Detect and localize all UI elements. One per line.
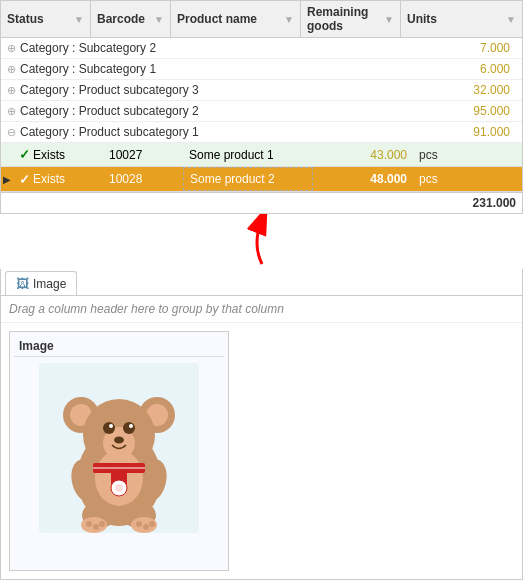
category-value-4: 95.000 xyxy=(416,104,516,118)
th-remaining: Remaining goods ▼ xyxy=(301,1,401,37)
svg-point-30 xyxy=(143,524,149,530)
th-barcode: Barcode ▼ xyxy=(91,1,171,37)
th-remaining-label: Remaining goods xyxy=(307,5,381,33)
image-panel-title: Image xyxy=(14,336,224,357)
tab-image[interactable]: 🖼 Image xyxy=(5,271,77,295)
svg-point-27 xyxy=(93,524,99,530)
tabs-bar: 🖼 Image xyxy=(1,269,522,296)
units-filter-icon[interactable]: ▼ xyxy=(506,14,516,25)
image-content xyxy=(14,363,224,533)
bottom-section: 🖼 Image Drag a column header here to gro… xyxy=(0,269,523,580)
cell-units-2: pcs xyxy=(413,168,522,190)
svg-point-31 xyxy=(149,521,155,527)
cell-product-1: Some product 1 xyxy=(183,144,313,166)
svg-point-25 xyxy=(115,484,123,492)
svg-point-28 xyxy=(99,521,105,527)
category-label-2: Category : Subcategory 1 xyxy=(20,62,416,76)
cell-remaining-2: 48.000 xyxy=(313,168,413,190)
teddy-bear-image xyxy=(39,363,199,533)
cell-barcode-2: 10028 xyxy=(103,168,183,190)
drag-hint: Drag a column header here to group by th… xyxy=(1,296,522,323)
total-row: 231.000 xyxy=(1,192,522,213)
cell-product-2: Some product 2 xyxy=(183,167,313,191)
expand-icon-5[interactable]: ⊖ xyxy=(7,126,16,139)
svg-point-12 xyxy=(129,424,133,428)
expand-icon-4[interactable]: ⊕ xyxy=(7,105,16,118)
th-units-label: Units xyxy=(407,12,437,26)
svg-point-26 xyxy=(86,521,92,527)
arrow-annotation xyxy=(0,214,523,269)
category-row: ⊖ Category : Product subcategory 1 91.00… xyxy=(1,122,522,143)
product-filter-icon[interactable]: ▼ xyxy=(284,14,294,25)
total-value: 231.000 xyxy=(422,196,522,210)
expand-icon-1[interactable]: ⊕ xyxy=(7,42,16,55)
image-frame: Image xyxy=(9,331,229,571)
category-value-2: 6.000 xyxy=(416,62,516,76)
svg-point-11 xyxy=(109,424,113,428)
category-label-4: Category : Product subcategory 2 xyxy=(20,104,416,118)
svg-rect-23 xyxy=(93,467,145,469)
svg-point-13 xyxy=(114,437,124,444)
expand-icon-3[interactable]: ⊕ xyxy=(7,84,16,97)
check-icon-2: ✓ xyxy=(19,172,30,187)
category-row: ⊕ Category : Product subcategory 3 32.00… xyxy=(1,80,522,101)
category-value-3: 32.000 xyxy=(416,83,516,97)
th-product: Product name ▼ xyxy=(171,1,301,37)
category-label-5: Category : Product subcategory 1 xyxy=(20,125,416,139)
barcode-filter-icon[interactable]: ▼ xyxy=(154,14,164,25)
svg-point-29 xyxy=(136,521,142,527)
th-status: Status ▼ xyxy=(1,1,91,37)
status-label-1: Exists xyxy=(33,148,65,162)
remaining-filter-icon[interactable]: ▼ xyxy=(384,14,394,25)
category-value-1: 7.000 xyxy=(416,41,516,55)
cell-barcode-1: 10027 xyxy=(103,144,183,166)
category-label-1: Category : Subcategory 2 xyxy=(20,41,416,55)
product-row-2[interactable]: ▶ ✓ Exists 10028 Some product 2 48.000 p… xyxy=(1,167,522,192)
cell-remaining-1: 43.000 xyxy=(313,144,413,166)
status-label-2: Exists xyxy=(33,172,65,186)
th-units: Units ▼ xyxy=(401,1,522,37)
cell-status-2: ✓ Exists xyxy=(13,168,103,191)
th-barcode-label: Barcode xyxy=(97,12,145,26)
cell-units-1: pcs xyxy=(413,144,522,166)
category-row: ⊕ Category : Subcategory 2 7.000 xyxy=(1,38,522,59)
status-filter-icon[interactable]: ▼ xyxy=(74,14,84,25)
image-tab-icon: 🖼 xyxy=(16,276,29,291)
category-row: ⊕ Category : Product subcategory 2 95.00… xyxy=(1,101,522,122)
svg-point-10 xyxy=(123,422,135,434)
cell-status-1: ✓ Exists xyxy=(13,143,103,166)
drag-hint-text: Drag a column header here to group by th… xyxy=(9,302,284,316)
red-arrow-svg xyxy=(232,214,292,269)
category-row: ⊕ Category : Subcategory 1 6.000 xyxy=(1,59,522,80)
th-product-label: Product name xyxy=(177,12,257,26)
image-panel: Image xyxy=(1,323,522,579)
table-header: Status ▼ Barcode ▼ Product name ▼ Remain… xyxy=(1,1,522,38)
product-row-1[interactable]: ✓ Exists 10027 Some product 1 43.000 pcs xyxy=(1,143,522,167)
category-label-3: Category : Product subcategory 3 xyxy=(20,83,416,97)
svg-point-9 xyxy=(103,422,115,434)
tab-image-label: Image xyxy=(33,277,66,291)
row-indicator-2: ▶ xyxy=(1,174,13,185)
th-status-label: Status xyxy=(7,12,44,26)
check-icon-1: ✓ xyxy=(19,147,30,162)
category-value-5: 91.000 xyxy=(416,125,516,139)
expand-icon-2[interactable]: ⊕ xyxy=(7,63,16,76)
